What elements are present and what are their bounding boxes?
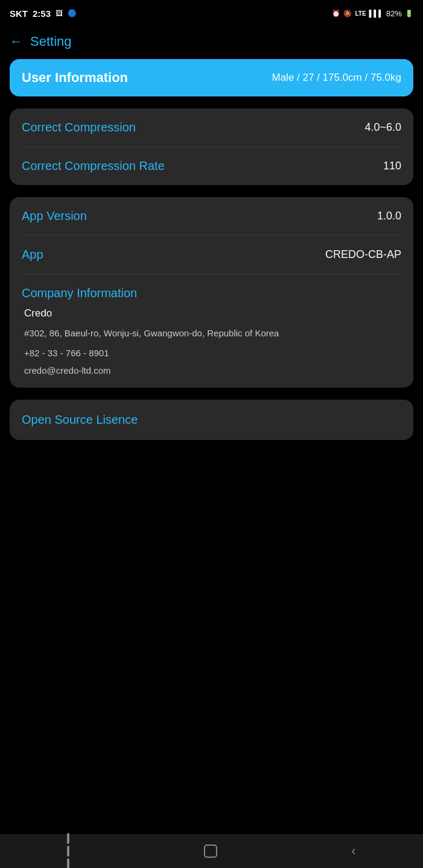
nav-back-button[interactable]: ‹ — [333, 837, 374, 865]
app-version-row[interactable]: App Version 1.0.0 — [22, 197, 401, 236]
user-info-card[interactable]: User Information Male / 27 / 175.0cm / 7… — [10, 59, 413, 96]
app-version-value: 1.0.0 — [377, 210, 401, 222]
photo-icon: 🖼 — [56, 9, 63, 17]
correct-compression-value: 4.0~6.0 — [364, 121, 401, 134]
company-info-section: Company Information Credo #302, 86, Baeu… — [22, 274, 401, 388]
open-source-card[interactable]: Open Source Lisence — [10, 400, 413, 440]
company-phone: +82 - 33 - 766 - 8901 — [22, 348, 401, 358]
status-bar: SKT 2:53 🖼 🔵 ⏰ 🔕 LTE ▌▌▌ 82% 🔋 — [0, 0, 423, 27]
open-source-label: Open Source Lisence — [22, 413, 138, 426]
app-version-label: App Version — [22, 209, 87, 223]
menu-icon — [67, 833, 69, 868]
time-text: 2:53 — [33, 8, 51, 19]
company-name: Credo — [22, 307, 401, 319]
lte-icon: LTE — [355, 10, 366, 17]
compression-rate-value: 110 — [383, 160, 401, 172]
app-value: CREDO-CB-AP — [325, 248, 401, 261]
mute-icon: 🔕 — [343, 10, 352, 17]
company-address: #302, 86, Baeul-ro, Wonju-si, Gwangwon-d… — [22, 327, 401, 341]
back-button[interactable]: ← — [10, 34, 23, 49]
alarm-icon: ⏰ — [332, 10, 340, 17]
status-right: ⏰ 🔕 LTE ▌▌▌ 82% 🔋 — [332, 9, 413, 18]
carrier-text: SKT — [10, 8, 28, 19]
page-title: Setting — [30, 34, 72, 49]
app-label: App — [22, 248, 43, 262]
nav-home-button[interactable] — [186, 838, 235, 864]
battery-text: 82% — [386, 9, 402, 18]
user-info-value: Male / 27 / 175.0cm / 75.0kg — [272, 72, 401, 84]
header: ← Setting — [0, 27, 423, 59]
battery-icon: 🔋 — [405, 10, 413, 17]
user-info-label: User Information — [22, 70, 128, 86]
company-info-label: Company Information — [22, 286, 401, 300]
nav-menu-button[interactable] — [49, 827, 87, 868]
company-email: credo@credo-ltd.com — [22, 365, 401, 376]
home-icon — [204, 844, 217, 858]
compression-card: Correct Compression 4.0~6.0 Correct Comp… — [10, 108, 413, 185]
correct-compression-row[interactable]: Correct Compression 4.0~6.0 — [22, 108, 401, 147]
correct-compression-label: Correct Compression — [22, 121, 136, 134]
navigation-bar: ‹ — [0, 834, 423, 868]
status-left: SKT 2:53 🖼 🔵 — [10, 8, 77, 19]
signal-icon: ▌▌▌ — [369, 10, 383, 17]
compression-rate-label: Correct Compression Rate — [22, 159, 165, 173]
app-row[interactable]: App CREDO-CB-AP — [22, 236, 401, 274]
content-area: User Information Male / 27 / 175.0cm / 7… — [0, 59, 423, 440]
app-card: App Version 1.0.0 App CREDO-CB-AP Compan… — [10, 197, 413, 388]
back-chevron-icon: ‹ — [351, 843, 355, 859]
app-icon: 🔵 — [68, 9, 77, 17]
compression-rate-row[interactable]: Correct Compression Rate 110 — [22, 147, 401, 185]
